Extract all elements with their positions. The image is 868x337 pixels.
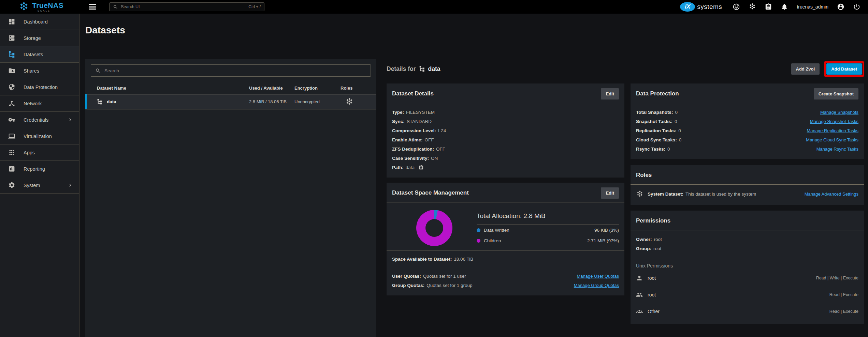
sidebar-item-storage[interactable]: Storage: [0, 30, 79, 46]
power-icon[interactable]: [853, 3, 860, 11]
feedback-smiley-icon[interactable]: [733, 3, 740, 11]
card-divider: [631, 184, 864, 185]
dataset-details-card: Dataset Details Edit Type: FILESYSTEM Sy…: [387, 83, 624, 178]
legend-children: Children 2.71 MiB (97%): [477, 235, 619, 246]
roles-card: Roles System Dataset: This dataset is us…: [631, 165, 864, 205]
sidebar-item-label: Shares: [24, 68, 39, 74]
system-dataset-role-icon: [345, 98, 353, 106]
sidebar-item-shares[interactable]: Shares: [0, 63, 79, 79]
sidebar-item-virtualization[interactable]: Virtualization: [0, 128, 79, 144]
allocation-donut-chart: [392, 210, 477, 246]
person-icon: [636, 275, 643, 281]
chevron-right-icon: [67, 182, 73, 188]
ixsystems-logo-mark: iX: [680, 2, 695, 12]
datasets-search-input[interactable]: [104, 68, 366, 73]
manage-rsync-tasks-link[interactable]: Manage Rsync Tasks: [816, 144, 858, 154]
manage-user-quotas-link[interactable]: Manage User Quotas: [577, 272, 619, 281]
total-allocation-label: Total Allocation:: [477, 212, 522, 219]
truenas-logo[interactable]: TrueNAS SCALE: [19, 2, 73, 12]
manage-group-quotas-link[interactable]: Manage Group Quotas: [574, 281, 619, 290]
sidebar-item-credentials[interactable]: Credentials: [0, 112, 79, 128]
annotation-highlight-box: Add Dataset: [824, 61, 864, 77]
snapshot-tasks-row: Snapshot Tasks: 0 Manage Snapshot Tasks: [636, 117, 858, 126]
details-actions: Add Zvol Add Dataset: [791, 61, 864, 77]
details-dataset-name: data: [428, 65, 440, 73]
dataset-name-cell: data: [97, 99, 249, 105]
datasets-search[interactable]: [91, 64, 371, 77]
apps-grid-icon: [8, 149, 15, 156]
add-zvol-button[interactable]: Add Zvol: [791, 63, 820, 75]
field-path: Path: data: [392, 163, 619, 172]
total-snapshots-row: Total Snapshots: 0 Manage Snapshots: [636, 108, 858, 117]
card-divider: [631, 230, 864, 230]
storage-icon: [8, 34, 15, 42]
card-title: Dataset Details: [392, 90, 434, 97]
account-circle-icon[interactable]: [837, 3, 844, 11]
group-quotas-row: Group Quotas: Quotas set for 1 group Man…: [392, 281, 619, 290]
rsync-tasks-row: Rsync Tasks: 0 Manage Rsync Tasks: [636, 144, 858, 154]
replication-tasks-row: Replication Tasks: 0 Manage Replication …: [636, 126, 858, 135]
sidebar-item-system[interactable]: System: [0, 177, 79, 194]
manage-replication-tasks-link[interactable]: Manage Replication Tasks: [807, 126, 858, 135]
manage-cloud-sync-tasks-link[interactable]: Manage Cloud Sync Tasks: [806, 135, 858, 144]
logo-title: TrueNAS: [32, 2, 63, 9]
sidebar-item-label: System: [24, 183, 40, 188]
global-search-input[interactable]: [121, 4, 246, 9]
roles-cell: [341, 98, 376, 106]
sidebar-item-label: Apps: [24, 150, 35, 155]
column-header-dataset-name: Dataset Name: [97, 86, 249, 91]
sidebar-item-datasets[interactable]: Datasets: [0, 46, 79, 63]
sidebar-item-reporting[interactable]: Reporting: [0, 161, 79, 177]
main-content: Datasets Dataset Name Used / Available E…: [79, 14, 868, 337]
truecommand-status-icon[interactable]: [749, 3, 756, 11]
permissions-card: Permissions Owner: root Group: root Unix: [631, 211, 864, 324]
jobs-clipboard-icon[interactable]: [765, 3, 772, 11]
network-hub-icon: [8, 100, 15, 107]
edit-space-management-button[interactable]: Edit: [601, 187, 619, 199]
legend-dot-magenta: [477, 239, 480, 243]
logo-subtitle: SCALE: [38, 10, 63, 12]
data-protection-card: Data Protection Create Snapshot Total Sn…: [631, 83, 864, 159]
manage-snapshot-tasks-link[interactable]: Manage Snapshot Tasks: [810, 117, 858, 126]
sidebar-item-dashboard[interactable]: Dashboard: [0, 14, 79, 30]
manage-snapshots-link[interactable]: Manage Snapshots: [820, 108, 858, 117]
allocation-summary: Total Allocation: 2.8 MiB Data Written 9…: [477, 210, 619, 246]
datasets-tree-icon: [8, 51, 15, 58]
sidebar-item-label: Dashboard: [24, 19, 48, 25]
bar-chart-icon: [8, 165, 15, 172]
menu-toggle-button[interactable]: [89, 4, 96, 10]
dataset-tree-icon: [97, 99, 103, 105]
sidebar-item-label: Data Protection: [24, 85, 58, 90]
legend-dot-blue: [477, 228, 480, 232]
ixsystems-logo[interactable]: iX systems: [680, 2, 722, 12]
people-icon: [636, 291, 643, 298]
details-header: Details for data Add Zvol Add Dataset: [387, 62, 864, 76]
gear-icon: [8, 182, 15, 189]
card-divider: [631, 258, 864, 258]
global-search[interactable]: Ctrl + /: [109, 2, 264, 11]
field-compression: Compression Level: LZ4: [392, 126, 619, 135]
legend-data-written: Data Written 96 KiB (3%): [477, 225, 619, 235]
search-icon: [95, 68, 101, 74]
add-dataset-button[interactable]: Add Dataset: [826, 63, 862, 75]
sidebar-item-apps[interactable]: Apps: [0, 144, 79, 161]
group-icon: [636, 308, 643, 315]
sidebar-item-data-protection[interactable]: Data Protection: [0, 79, 79, 95]
sidebar-item-network[interactable]: Network: [0, 95, 79, 112]
sidebar-item-label: Storage: [24, 35, 41, 41]
create-snapshot-button[interactable]: Create Snapshot: [814, 88, 858, 99]
logged-in-username: truenas_admin: [797, 4, 828, 10]
space-available-row: Space Available to Dataset: 18.06 TiB: [392, 250, 619, 268]
alerts-bell-icon[interactable]: [781, 3, 788, 11]
manage-advanced-settings-link[interactable]: Manage Advanced Settings: [805, 189, 858, 199]
copy-path-icon[interactable]: [419, 165, 424, 170]
column-header-roles: Roles: [341, 86, 376, 91]
owner-row: Owner: root: [636, 235, 858, 244]
details-title-prefix: Details for: [387, 65, 416, 73]
card-title: Data Protection: [636, 90, 679, 97]
perm-entry-other: Other Read | Execute: [636, 308, 858, 315]
group-row: Group: root: [636, 244, 858, 253]
title-divider: [79, 47, 868, 47]
edit-dataset-details-button[interactable]: Edit: [601, 88, 619, 99]
table-row-dataset-data[interactable]: data 2.8 MiB / 18.06 TiB Unencrypted: [85, 94, 376, 109]
